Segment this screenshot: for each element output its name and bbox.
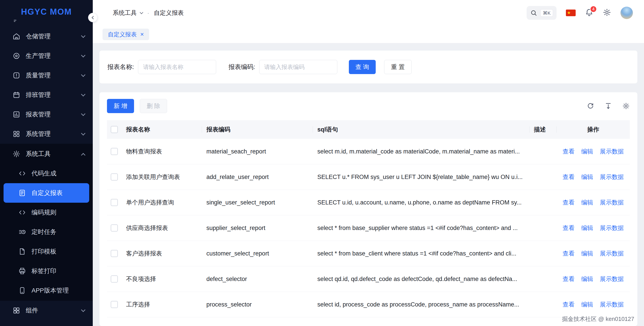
add-button[interactable]: 新 增 <box>107 99 134 113</box>
edit-link[interactable]: 编辑 <box>581 173 593 181</box>
code-icon <box>18 208 26 216</box>
report-name: 客户选择报表 <box>122 250 202 258</box>
view-link[interactable]: 查看 <box>562 301 574 309</box>
column-settings-icon[interactable] <box>622 102 630 110</box>
sidebar-item-label: 排班管理 <box>26 91 76 99</box>
sidebar-item-warehouse[interactable]: 仓储管理 <box>0 27 93 46</box>
sidebar-item-label: 组件 <box>26 306 76 315</box>
row-checkbox-cell <box>107 224 122 232</box>
notifications-button[interactable]: 4 <box>585 8 594 17</box>
report-sql: select * from base_client where status =… <box>313 250 530 257</box>
sidebar-item-label: 打印模板 <box>32 247 56 256</box>
sidebar-item-code-generation[interactable]: 代码生成 <box>4 164 89 183</box>
row-checkbox[interactable] <box>111 148 118 155</box>
show-data-link[interactable]: 展示数据 <box>600 301 624 309</box>
sidebar-item-custom-report[interactable]: 自定义报表 <box>4 183 89 203</box>
export-icon[interactable] <box>604 102 612 110</box>
show-data-link[interactable]: 展示数据 <box>600 147 624 155</box>
edit-link[interactable]: 编辑 <box>581 301 593 309</box>
sidebar-item-system-tools[interactable]: 系统工具 <box>0 144 93 164</box>
breadcrumb: 系统工具 · 自定义报表 <box>113 9 184 17</box>
sidebar-item-label: 报表管理 <box>26 110 76 119</box>
sidebar-item-scheduling[interactable]: 排班管理 <box>0 85 93 105</box>
view-link[interactable]: 查看 <box>562 224 574 232</box>
reset-button[interactable]: 重 置 <box>384 60 412 74</box>
view-link[interactable]: 查看 <box>562 275 574 283</box>
row-checkbox[interactable] <box>111 199 118 206</box>
edit-link[interactable]: 编辑 <box>581 199 593 206</box>
sidebar-item-scheduled-tasks[interactable]: 定时任务 <box>4 222 89 242</box>
app-root: HGYC MOM 仓储管理 生产管理 <box>0 0 644 326</box>
breadcrumb-parent[interactable]: 系统工具 <box>113 9 137 17</box>
show-data-link[interactable]: 展示数据 <box>600 224 624 232</box>
sidebar-item-print-template[interactable]: 打印模板 <box>4 242 89 261</box>
form-icon <box>18 189 26 197</box>
row-checkbox[interactable] <box>111 276 118 283</box>
view-link[interactable]: 查看 <box>562 147 574 155</box>
chevron-down-icon <box>81 112 86 116</box>
edit-link[interactable]: 编辑 <box>581 147 593 155</box>
report-name: 单个用户选择查询 <box>122 199 202 206</box>
chevron-down-icon <box>81 92 86 96</box>
sidebar-collapse-button[interactable] <box>88 13 98 22</box>
tab-custom-report[interactable]: 自定义报表 × <box>102 29 149 40</box>
sidebar: HGYC MOM 仓储管理 生产管理 <box>0 0 93 326</box>
row-checkbox-cell <box>107 276 122 283</box>
chevron-down-icon <box>81 53 86 57</box>
row-checkbox[interactable] <box>111 173 118 181</box>
avatar[interactable] <box>620 7 633 19</box>
refresh-icon[interactable] <box>587 102 594 110</box>
show-data-link[interactable]: 展示数据 <box>600 275 624 283</box>
grid-icon <box>12 130 20 138</box>
filter-panel: 报表名称: 报表编码: 查 询 重 置 <box>100 50 637 83</box>
report-code-input[interactable] <box>259 60 337 74</box>
header-checkbox-cell <box>107 120 122 139</box>
sidebar-item-report[interactable]: 报表管理 <box>0 105 93 124</box>
sidebar-item-label: 仓储管理 <box>26 32 76 40</box>
sidebar-item-label-print[interactable]: 标签打印 <box>4 261 89 281</box>
toolbar-buttons: 新 增 删 除 <box>107 99 167 113</box>
table-toolbar: 新 增 删 除 <box>107 99 630 113</box>
report-code: defect_selector <box>202 276 313 283</box>
search-submit-button[interactable]: 查 询 <box>349 60 376 74</box>
row-actions: 查看 编辑 展示数据 <box>556 224 630 232</box>
language-flag-icon[interactable] <box>566 9 576 16</box>
sidebar-item-quality[interactable]: 质量管理 <box>0 66 93 85</box>
sidebar-item-app-version[interactable]: APP版本管理 <box>4 281 89 300</box>
show-data-link[interactable]: 展示数据 <box>600 199 624 206</box>
edit-link[interactable]: 编辑 <box>581 275 593 283</box>
close-icon[interactable]: × <box>140 31 144 37</box>
row-checkbox[interactable] <box>111 301 118 308</box>
report-name-input[interactable] <box>138 60 216 74</box>
select-all-checkbox[interactable] <box>111 126 118 133</box>
row-checkbox[interactable] <box>111 224 118 232</box>
edit-link[interactable]: 编辑 <box>581 250 593 258</box>
report-name: 不良项选择 <box>122 275 202 283</box>
delete-button[interactable]: 删 除 <box>140 99 167 113</box>
filter-code-group: 报表编码: <box>228 60 337 74</box>
chevron-left-icon <box>92 16 95 19</box>
show-data-link[interactable]: 展示数据 <box>600 250 624 258</box>
row-checkbox-cell <box>107 250 122 257</box>
sidebar-item-coding-rules[interactable]: 编码规则 <box>4 203 89 222</box>
notification-badge: 4 <box>590 5 597 13</box>
report-name: 工序选择 <box>122 301 202 309</box>
watermark: 掘金技术社区 @ ken010127 <box>562 315 634 323</box>
search-icon <box>530 9 537 16</box>
calendar-icon <box>12 91 20 99</box>
show-data-link[interactable]: 展示数据 <box>600 173 624 181</box>
sidebar-item-production[interactable]: 生产管理 <box>0 46 93 66</box>
row-checkbox[interactable] <box>111 250 118 257</box>
phone-icon <box>18 287 26 295</box>
search-button[interactable]: ⌘K <box>526 6 556 20</box>
report-code: material_seach_report <box>202 148 313 155</box>
view-link[interactable]: 查看 <box>562 199 574 206</box>
view-link[interactable]: 查看 <box>562 173 574 181</box>
sidebar-item-components[interactable]: 组件 <box>0 301 93 320</box>
edit-link[interactable]: 编辑 <box>581 224 593 232</box>
report-sql: SELECT u.id, u.account, u.name, u.phone,… <box>313 199 530 206</box>
sidebar-item-system[interactable]: 系统管理 <box>0 124 93 144</box>
sidebar-item-label: 标签打印 <box>32 267 56 275</box>
settings-button[interactable] <box>603 8 611 17</box>
view-link[interactable]: 查看 <box>562 250 574 258</box>
